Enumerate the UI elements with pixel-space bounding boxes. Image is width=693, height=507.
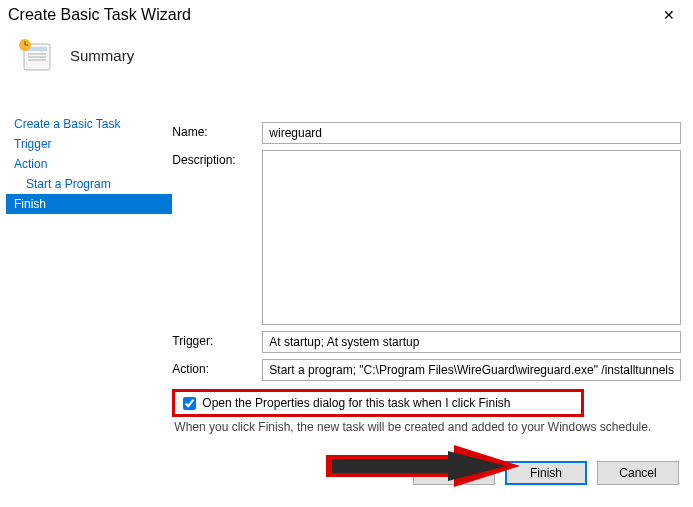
finish-button[interactable]: Finish <box>505 461 587 485</box>
sidebar-item-start-a-program[interactable]: Start a Program <box>6 174 172 194</box>
action-label: Action: <box>172 359 262 376</box>
name-label: Name: <box>172 122 262 139</box>
open-properties-label: Open the Properties dialog for this task… <box>202 396 510 410</box>
cancel-button[interactable]: Cancel <box>597 461 679 485</box>
summary-icon <box>18 38 52 72</box>
name-field[interactable]: wireguard <box>262 122 681 144</box>
trigger-field: At startup; At system startup <box>262 331 681 353</box>
wizard-steps: Create a Basic Task Trigger Action Start… <box>6 86 172 434</box>
sidebar-item-create-basic-task[interactable]: Create a Basic Task <box>6 114 172 134</box>
sidebar-item-action[interactable]: Action <box>6 154 172 174</box>
trigger-label: Trigger: <box>172 331 262 348</box>
window-title: Create Basic Task Wizard <box>8 6 191 24</box>
page-title: Summary <box>70 47 134 64</box>
back-button[interactable]: < Back <box>413 461 495 485</box>
wizard-header: Summary <box>0 30 693 86</box>
summary-form: Name: wireguard Description: Trigger: At… <box>172 86 681 434</box>
titlebar: Create Basic Task Wizard ✕ <box>0 0 693 30</box>
wizard-footer: < Back Finish Cancel <box>413 461 679 485</box>
sidebar-item-finish[interactable]: Finish <box>6 194 172 214</box>
close-icon: ✕ <box>663 7 675 23</box>
description-field[interactable] <box>262 150 681 325</box>
open-properties-checkbox-row[interactable]: Open the Properties dialog for this task… <box>172 389 584 417</box>
action-field: Start a program; "C:\Program Files\WireG… <box>262 359 681 381</box>
close-button[interactable]: ✕ <box>651 1 687 29</box>
sidebar-item-trigger[interactable]: Trigger <box>6 134 172 154</box>
open-properties-checkbox[interactable] <box>183 397 196 410</box>
helper-text: When you click Finish, the new task will… <box>174 420 681 434</box>
description-label: Description: <box>172 150 262 167</box>
